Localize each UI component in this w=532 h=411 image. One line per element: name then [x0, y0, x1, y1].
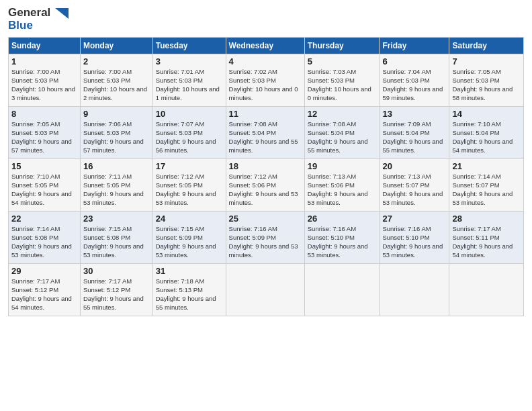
day-info: Sunrise: 7:04 AMSunset: 5:03 PMDaylight:…	[382, 68, 446, 102]
day-number: 13	[382, 109, 446, 119]
calendar-cell: 28 Sunrise: 7:17 AMSunset: 5:11 PMDaylig…	[449, 212, 524, 264]
calendar-cell: 25 Sunrise: 7:16 AMSunset: 5:09 PMDaylig…	[226, 212, 304, 264]
calendar-cell: 15 Sunrise: 7:10 AMSunset: 5:05 PMDaylig…	[9, 159, 81, 212]
day-info: Sunrise: 7:15 AMSunset: 5:09 PMDaylight:…	[156, 225, 223, 259]
calendar-cell: 3 Sunrise: 7:01 AMSunset: 5:03 PMDayligh…	[152, 54, 226, 107]
calendar-cell: 12 Sunrise: 7:08 AMSunset: 5:04 PMDaylig…	[304, 107, 380, 159]
weekday-header-thursday: Thursday	[304, 38, 380, 54]
weekday-header-wednesday: Wednesday	[226, 38, 304, 54]
day-number: 20	[382, 161, 446, 171]
calendar-cell: 20 Sunrise: 7:13 AMSunset: 5:07 PMDaylig…	[380, 159, 449, 212]
calendar-cell: 1 Sunrise: 7:00 AMSunset: 5:03 PMDayligh…	[9, 54, 81, 107]
calendar-cell: 7 Sunrise: 7:05 AMSunset: 5:03 PMDayligh…	[449, 54, 524, 107]
day-number: 26	[308, 214, 377, 224]
day-info: Sunrise: 7:10 AMSunset: 5:05 PMDaylight:…	[11, 173, 77, 207]
day-info: Sunrise: 7:01 AMSunset: 5:03 PMDaylight:…	[156, 68, 223, 102]
day-number: 29	[11, 266, 77, 276]
calendar-header-row: SundayMondayTuesdayWednesdayThursdayFrid…	[9, 38, 524, 54]
calendar-cell: 13 Sunrise: 7:09 AMSunset: 5:04 PMDaylig…	[380, 107, 449, 159]
page-header: General Blue	[8, 7, 524, 32]
day-number: 11	[229, 109, 302, 119]
logo: General Blue	[8, 7, 69, 32]
day-number: 3	[156, 56, 223, 66]
calendar-body: 1 Sunrise: 7:00 AMSunset: 5:03 PMDayligh…	[9, 54, 524, 316]
day-number: 28	[452, 214, 521, 224]
calendar-cell: 6 Sunrise: 7:04 AMSunset: 5:03 PMDayligh…	[380, 54, 449, 107]
day-info: Sunrise: 7:14 AMSunset: 5:08 PMDaylight:…	[11, 225, 77, 259]
day-number: 1	[11, 56, 77, 66]
calendar-cell: 11 Sunrise: 7:08 AMSunset: 5:04 PMDaylig…	[226, 107, 304, 159]
day-number: 16	[83, 161, 150, 171]
day-info: Sunrise: 7:18 AMSunset: 5:13 PMDaylight:…	[156, 277, 223, 312]
calendar-cell: 10 Sunrise: 7:07 AMSunset: 5:03 PMDaylig…	[152, 107, 226, 159]
weekday-header-monday: Monday	[80, 38, 152, 54]
day-info: Sunrise: 7:11 AMSunset: 5:05 PMDaylight:…	[83, 173, 150, 207]
calendar-cell: 26 Sunrise: 7:16 AMSunset: 5:10 PMDaylig…	[304, 212, 380, 264]
day-info: Sunrise: 7:13 AMSunset: 5:06 PMDaylight:…	[308, 173, 377, 207]
weekday-header-friday: Friday	[380, 38, 449, 54]
calendar-week-4: 22 Sunrise: 7:14 AMSunset: 5:08 PMDaylig…	[9, 212, 524, 264]
calendar-week-3: 15 Sunrise: 7:10 AMSunset: 5:05 PMDaylig…	[9, 159, 524, 212]
day-info: Sunrise: 7:12 AMSunset: 5:06 PMDaylight:…	[229, 173, 302, 207]
day-number: 9	[83, 109, 150, 119]
calendar-cell: 16 Sunrise: 7:11 AMSunset: 5:05 PMDaylig…	[80, 159, 152, 212]
day-number: 12	[308, 109, 377, 119]
day-info: Sunrise: 7:00 AMSunset: 5:03 PMDaylight:…	[11, 68, 77, 102]
calendar-table: SundayMondayTuesdayWednesdayThursdayFrid…	[8, 37, 524, 316]
weekday-header-sunday: Sunday	[9, 38, 81, 54]
calendar-week-2: 8 Sunrise: 7:05 AMSunset: 5:03 PMDayligh…	[9, 107, 524, 159]
calendar-cell: 5 Sunrise: 7:03 AMSunset: 5:03 PMDayligh…	[304, 54, 380, 107]
day-number: 18	[229, 161, 302, 171]
day-info: Sunrise: 7:16 AMSunset: 5:10 PMDaylight:…	[382, 225, 446, 259]
calendar-cell: 29 Sunrise: 7:17 AMSunset: 5:12 PMDaylig…	[9, 264, 81, 316]
day-number: 8	[11, 109, 77, 119]
day-number: 31	[156, 266, 223, 276]
day-number: 4	[229, 56, 302, 66]
calendar-cell: 14 Sunrise: 7:10 AMSunset: 5:04 PMDaylig…	[449, 107, 524, 159]
calendar-cell: 17 Sunrise: 7:12 AMSunset: 5:05 PMDaylig…	[152, 159, 226, 212]
calendar-cell: 31 Sunrise: 7:18 AMSunset: 5:13 PMDaylig…	[152, 264, 226, 316]
day-number: 30	[83, 266, 150, 276]
calendar-cell	[449, 264, 524, 316]
day-number: 21	[452, 161, 521, 171]
day-info: Sunrise: 7:15 AMSunset: 5:08 PMDaylight:…	[83, 225, 150, 259]
weekday-header-saturday: Saturday	[449, 38, 524, 54]
day-info: Sunrise: 7:17 AMSunset: 5:12 PMDaylight:…	[83, 277, 150, 312]
day-number: 5	[308, 56, 377, 66]
day-number: 14	[452, 109, 521, 119]
day-info: Sunrise: 7:12 AMSunset: 5:05 PMDaylight:…	[156, 173, 223, 207]
calendar-cell: 27 Sunrise: 7:16 AMSunset: 5:10 PMDaylig…	[380, 212, 449, 264]
calendar-cell: 22 Sunrise: 7:14 AMSunset: 5:08 PMDaylig…	[9, 212, 81, 264]
day-info: Sunrise: 7:13 AMSunset: 5:07 PMDaylight:…	[382, 173, 446, 207]
calendar-cell: 9 Sunrise: 7:06 AMSunset: 5:03 PMDayligh…	[80, 107, 152, 159]
day-info: Sunrise: 7:00 AMSunset: 5:03 PMDaylight:…	[83, 68, 150, 102]
day-info: Sunrise: 7:14 AMSunset: 5:07 PMDaylight:…	[452, 173, 521, 207]
day-number: 2	[83, 56, 150, 66]
day-info: Sunrise: 7:10 AMSunset: 5:04 PMDaylight:…	[452, 120, 521, 154]
calendar-cell	[304, 264, 380, 316]
calendar-cell: 23 Sunrise: 7:15 AMSunset: 5:08 PMDaylig…	[80, 212, 152, 264]
day-number: 25	[229, 214, 302, 224]
calendar-cell: 2 Sunrise: 7:00 AMSunset: 5:03 PMDayligh…	[80, 54, 152, 107]
logo-text: General Blue	[8, 7, 69, 32]
calendar-week-5: 29 Sunrise: 7:17 AMSunset: 5:12 PMDaylig…	[9, 264, 524, 316]
calendar-cell	[226, 264, 304, 316]
day-info: Sunrise: 7:08 AMSunset: 5:04 PMDaylight:…	[229, 120, 302, 154]
day-number: 17	[156, 161, 223, 171]
calendar-cell: 30 Sunrise: 7:17 AMSunset: 5:12 PMDaylig…	[80, 264, 152, 316]
day-info: Sunrise: 7:08 AMSunset: 5:04 PMDaylight:…	[308, 120, 377, 154]
calendar-cell: 21 Sunrise: 7:14 AMSunset: 5:07 PMDaylig…	[449, 159, 524, 212]
day-info: Sunrise: 7:06 AMSunset: 5:03 PMDaylight:…	[83, 120, 150, 154]
day-info: Sunrise: 7:17 AMSunset: 5:11 PMDaylight:…	[452, 225, 521, 259]
day-number: 23	[83, 214, 150, 224]
calendar-cell: 19 Sunrise: 7:13 AMSunset: 5:06 PMDaylig…	[304, 159, 380, 212]
day-number: 6	[382, 56, 446, 66]
calendar-cell: 8 Sunrise: 7:05 AMSunset: 5:03 PMDayligh…	[9, 107, 81, 159]
day-info: Sunrise: 7:16 AMSunset: 5:10 PMDaylight:…	[308, 225, 377, 259]
calendar-cell: 4 Sunrise: 7:02 AMSunset: 5:03 PMDayligh…	[226, 54, 304, 107]
day-number: 19	[308, 161, 377, 171]
day-info: Sunrise: 7:02 AMSunset: 5:03 PMDaylight:…	[229, 68, 302, 102]
day-number: 24	[156, 214, 223, 224]
calendar-cell: 18 Sunrise: 7:12 AMSunset: 5:06 PMDaylig…	[226, 159, 304, 212]
day-info: Sunrise: 7:07 AMSunset: 5:03 PMDaylight:…	[156, 120, 223, 154]
